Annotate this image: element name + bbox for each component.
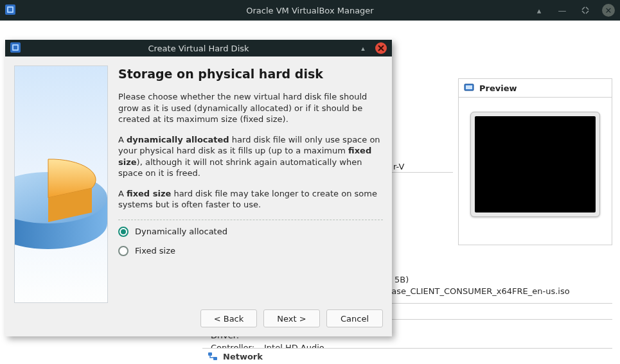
shade-icon[interactable]: ▴	[533, 4, 545, 17]
main-titlebar: Oracle VM VirtualBox Manager ▴ — ✕	[0, 0, 620, 21]
radio-label: Dynamically allocated	[135, 227, 227, 236]
virtualbox-app-icon	[10, 42, 21, 55]
preview-header-label: Preview	[479, 83, 517, 93]
dialog-close-icon[interactable]	[375, 42, 387, 54]
minimize-icon[interactable]: —	[556, 4, 569, 17]
network-icon	[208, 351, 218, 361]
maximize-icon[interactable]	[579, 4, 592, 17]
radio-label: Fixed size	[135, 246, 175, 256]
svg-rect-9	[13, 46, 17, 49]
network-section: Network	[193, 348, 612, 364]
radio-fixed-size[interactable]: Fixed size	[118, 246, 383, 256]
preview-thumbnail-frame	[470, 112, 600, 217]
dialog-paragraph-3: A fixed size hard disk file may take lon…	[118, 188, 383, 211]
next-button[interactable]: Next >	[263, 309, 320, 327]
svg-rect-2	[8, 8, 12, 12]
back-button[interactable]: < Back	[200, 309, 257, 327]
dialog-button-bar: < Back Next > Cancel	[5, 303, 392, 336]
radio-dynamically-allocated[interactable]: Dynamically allocated	[118, 227, 383, 237]
svg-rect-5	[208, 352, 212, 356]
radio-indicator-icon	[118, 227, 128, 237]
main-window: Oracle VM VirtualBox Manager ▴ — ✕ Previ…	[0, 0, 620, 364]
network-header-label: Network	[223, 352, 263, 361]
preview-panel: Preview	[458, 78, 612, 245]
dialog-paragraph-2: A dynamically allocated hard disk file w…	[118, 134, 383, 179]
dialog-heading: Storage on physical hard disk	[118, 67, 383, 81]
main-window-title: Oracle VM VirtualBox Manager	[0, 6, 620, 15]
virtualbox-app-icon	[5, 4, 17, 16]
dialog-titlebar: Create Virtual Hard Disk ▴	[5, 40, 392, 56]
wizard-graphic	[14, 65, 108, 303]
dialog-title: Create Virtual Hard Disk	[5, 44, 392, 53]
preview-icon	[464, 83, 474, 93]
close-icon[interactable]: ✕	[602, 4, 615, 17]
main-body: Preview r-V 5B) 541.co_release_CLIENT_CO…	[0, 21, 620, 364]
dialog-paragraph-1: Please choose whether the new virtual ha…	[118, 91, 383, 125]
background-hyperv-fragment: r-V	[393, 162, 404, 171]
create-virtual-hard-disk-dialog: Create Virtual Hard Disk ▴	[5, 40, 392, 336]
preview-thumbnail[interactable]	[475, 116, 596, 212]
storage-type-radio-group: Dynamically allocated Fixed size	[118, 220, 383, 256]
dialog-shade-icon[interactable]: ▴	[357, 42, 369, 54]
svg-rect-4	[466, 85, 472, 89]
cancel-button[interactable]: Cancel	[326, 309, 383, 327]
radio-indicator-icon	[118, 246, 128, 256]
